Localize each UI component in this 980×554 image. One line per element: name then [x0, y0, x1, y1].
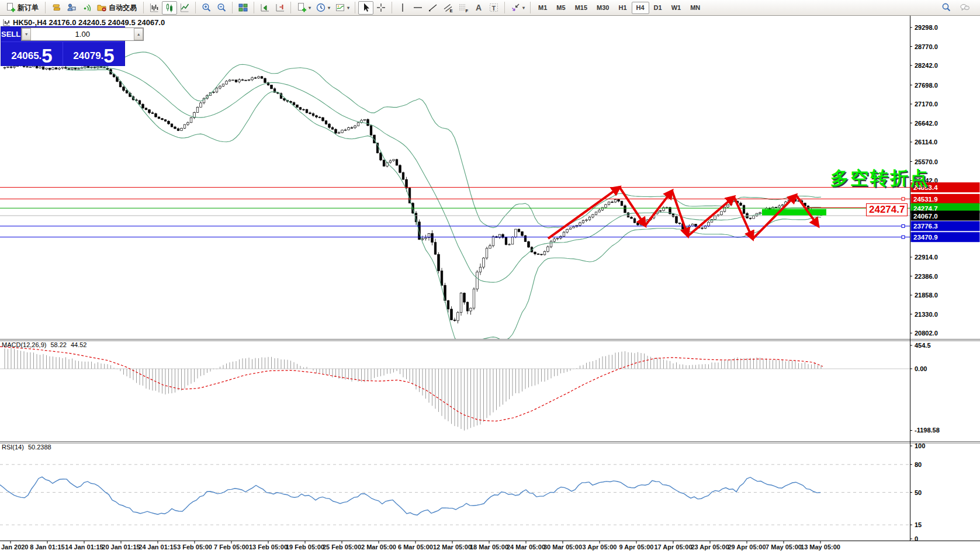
- chat-button[interactable]: [957, 1, 972, 15]
- cursor-button[interactable]: [358, 1, 373, 15]
- rsi-axis-label: 80: [915, 461, 922, 468]
- time-axis-label: 3 Feb 05:00: [177, 543, 212, 550]
- macd-pane[interactable]: 454.50.00-1198.58: [0, 342, 940, 434]
- dropdown-arrow-icon: ▾: [522, 5, 525, 11]
- volume-decrease-button[interactable]: ▼: [22, 28, 31, 40]
- trendline-button[interactable]: [425, 1, 441, 15]
- sell-price-fraction: 5: [41, 49, 52, 64]
- toolbar-separator: [290, 2, 291, 13]
- signals-button[interactable]: [79, 1, 94, 15]
- fibonacci-button[interactable]: F: [456, 1, 471, 15]
- rsi-pane[interactable]: 1008050150: [0, 442, 925, 542]
- price-callout-label[interactable]: 24274.7: [866, 203, 908, 216]
- mql-community-button[interactable]: [64, 1, 79, 15]
- price-tag-label: 23776.3: [913, 223, 938, 230]
- main-pane[interactable]: [0, 52, 910, 348]
- clock-icon: [316, 2, 326, 13]
- macd-histogram: [5, 348, 821, 431]
- time-axis-label: 13 May 05:00: [801, 543, 840, 550]
- time-axis-label: 3 Apr 05:00: [583, 543, 617, 550]
- zoom-in-icon: [201, 2, 212, 13]
- time-axis[interactable]: Jan 20208 Jan 01:1514 Jan 01:1520 Jan 01…: [1, 541, 840, 550]
- linechart-icon: [179, 2, 190, 13]
- template-icon: [335, 2, 345, 13]
- indicators-button[interactable]: ▾: [294, 1, 313, 15]
- zoom-in-button[interactable]: [199, 1, 214, 15]
- bar-chart-button[interactable]: [147, 1, 162, 15]
- search-button[interactable]: [939, 1, 954, 15]
- tline-icon: [428, 2, 438, 13]
- candlestick-chart-button[interactable]: [162, 1, 177, 15]
- line-chart-button[interactable]: [177, 1, 192, 15]
- time-axis-label: 24 Mar 05:00: [507, 543, 545, 550]
- price-axis-label: 22386.0: [915, 273, 938, 280]
- time-axis-label: 6 Mar 05:00: [398, 543, 433, 550]
- highlight-bar-annotation[interactable]: [762, 209, 826, 216]
- templates-button[interactable]: ▾: [333, 1, 352, 15]
- timeframe-m5-button[interactable]: M5: [552, 2, 570, 14]
- toolbar-separator: [355, 2, 355, 13]
- price-axis-label: 26114.0: [915, 138, 937, 146]
- crosshair-button[interactable]: [373, 1, 389, 15]
- rsi-axis-label: 100: [915, 442, 925, 449]
- doc-plus-icon: [296, 2, 307, 13]
- buy-button[interactable]: BUY: [144, 27, 160, 41]
- auto-trading-button[interactable]: 自动交易: [94, 1, 140, 15]
- vline-icon: [397, 2, 408, 13]
- sell-price[interactable]: 24065.5: [1, 42, 63, 65]
- timeframe-h4-button[interactable]: H4: [632, 2, 649, 14]
- dropdown-arrow-icon: ▾: [347, 5, 349, 11]
- zoom-out-button[interactable]: [214, 1, 229, 15]
- arrows-button[interactable]: ▾: [508, 1, 527, 15]
- timeframe-m15-button[interactable]: M15: [570, 2, 592, 14]
- text-label-button[interactable]: T: [486, 1, 501, 15]
- candles-layer: [4, 64, 822, 324]
- timeframe-w1-button[interactable]: W1: [667, 2, 686, 14]
- chart-shift-button[interactable]: [272, 1, 288, 15]
- text-button[interactable]: A: [471, 1, 486, 15]
- rsi-axis-label: 50: [915, 489, 922, 496]
- main-toolbar: 新订单自动交易▾▾▾EFAT▾M1M5M15M30H1H4D1W1MN: [0, 0, 980, 16]
- price-axis-label: 28242.0: [915, 62, 938, 69]
- new-order-button[interactable]: 新订单: [3, 1, 42, 15]
- buy-price[interactable]: 24079.5: [63, 42, 124, 65]
- channel-button[interactable]: E: [441, 1, 456, 15]
- chart-canvas[interactable]: 29298.028770.028242.027698.027170.026642…: [0, 0, 980, 554]
- timeframe-m30-button[interactable]: M30: [592, 2, 614, 14]
- market-button[interactable]: [49, 1, 64, 15]
- shift-icon: [275, 2, 285, 13]
- time-axis-label: 12 Mar 05:00: [433, 543, 472, 550]
- horizontal-line-button[interactable]: [410, 1, 425, 15]
- rsi-axis-label: 15: [915, 521, 922, 528]
- toolbar-separator: [232, 2, 233, 13]
- volume-input[interactable]: [31, 28, 134, 40]
- chart-window-icon: [3, 19, 11, 26]
- chart-title-bar: HK50-,H4 24176.0 24240.5 24049.5 24067.0: [3, 18, 165, 27]
- tile-windows-button[interactable]: [236, 1, 251, 15]
- bull-bear-turning-point-annotation[interactable]: 多空转折点: [830, 166, 930, 191]
- volume-increase-button[interactable]: ▲: [134, 28, 143, 40]
- chart-title-text: HK50-,H4 24176.0 24240.5 24049.5 24067.0: [13, 18, 165, 27]
- tile-icon: [238, 2, 248, 13]
- one-click-trading-panel: SELL ▼ ▲ BUY 24065.5 24079.5: [1, 26, 125, 66]
- bollinger-bands: [66, 52, 822, 348]
- toolbar-separator: [254, 2, 254, 13]
- timeframe-h1-button[interactable]: H1: [614, 2, 631, 14]
- spin-up-icon: ▲: [137, 32, 141, 36]
- vertical-line-button[interactable]: [395, 1, 410, 15]
- timeframe-m1-button[interactable]: M1: [534, 2, 552, 14]
- auto-scroll-button[interactable]: [257, 1, 272, 15]
- timeframe-mn-button[interactable]: MN: [685, 2, 705, 14]
- horizontal-level-line[interactable]: [0, 224, 910, 227]
- crosshair-icon: [376, 2, 386, 13]
- sell-button[interactable]: SELL: [1, 27, 20, 41]
- doc-plus-icon: [5, 2, 16, 13]
- time-axis-label: 30 Mar 05:00: [543, 543, 582, 550]
- toolbar-separator: [504, 2, 505, 13]
- gold-icon: [51, 2, 61, 13]
- time-axis-label: 2 Mar 05:00: [361, 543, 396, 550]
- periods-button[interactable]: ▾: [313, 1, 333, 15]
- rsi-title: RSI(14): [2, 444, 24, 451]
- timeframe-d1-button[interactable]: D1: [649, 2, 667, 14]
- horizontal-level-line[interactable]: [0, 198, 910, 200]
